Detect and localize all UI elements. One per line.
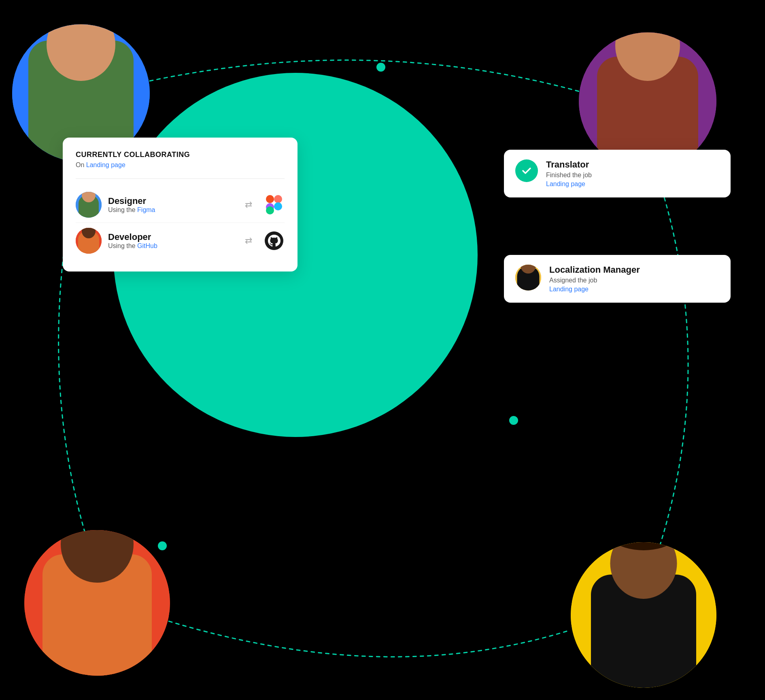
developer-role: Developer [108,232,234,242]
designer-avatar [76,192,102,218]
developer-desc: Using the GitHub [108,242,234,250]
localization-action: Assigned the job [549,277,640,284]
developer-info: Developer Using the GitHub [108,232,234,250]
translator-action: Finished the job [546,172,592,179]
designer-arrow-icon: ⇄ [245,199,252,210]
designer-role: Designer [108,196,234,206]
designer-row: Designer Using the Figma ⇄ [76,187,285,223]
developer-arrow-icon: ⇄ [245,235,252,246]
card-divider [76,178,285,179]
github-icon [264,230,285,251]
collaboration-card: CURRENTLY COLLABORATING On Landing page … [63,138,298,272]
svg-point-6 [265,231,283,250]
localization-avatar [515,265,541,291]
svg-rect-1 [274,195,282,203]
avatar-top-right [579,32,716,170]
teal-dot-top [376,63,385,72]
developer-avatar [76,228,102,254]
subtitle-link[interactable]: Landing page [86,161,125,168]
translator-notification: Translator Finished the job Landing page [504,150,731,197]
translator-content: Translator Finished the job Landing page [546,159,592,188]
localization-role: Localization Manager [549,265,640,275]
avatar-bottom-left [24,530,170,676]
avatar-bottom-right [571,542,716,688]
collab-card-subtitle: On Landing page [76,161,285,169]
figma-link[interactable]: Figma [137,206,155,213]
collab-card-title: CURRENTLY COLLABORATING [76,151,285,159]
github-link[interactable]: GitHub [137,242,157,249]
localization-content: Localization Manager Assigned the job La… [549,265,640,293]
svg-rect-0 [266,195,274,203]
subtitle-prefix: On [76,161,86,168]
translator-role: Translator [546,159,592,170]
teal-dot-bottom-right [509,416,518,425]
svg-rect-5 [266,206,274,214]
check-icon [515,159,538,182]
translator-link[interactable]: Landing page [546,180,592,188]
designer-desc: Using the Figma [108,206,234,214]
localization-notification: Localization Manager Assigned the job La… [504,255,731,303]
svg-point-4 [274,202,282,210]
designer-info: Designer Using the Figma [108,196,234,214]
localization-link[interactable]: Landing page [549,286,640,293]
figma-icon [264,194,285,215]
teal-dot-bottom-left [158,541,167,550]
developer-row: Developer Using the GitHub ⇄ [76,223,285,259]
